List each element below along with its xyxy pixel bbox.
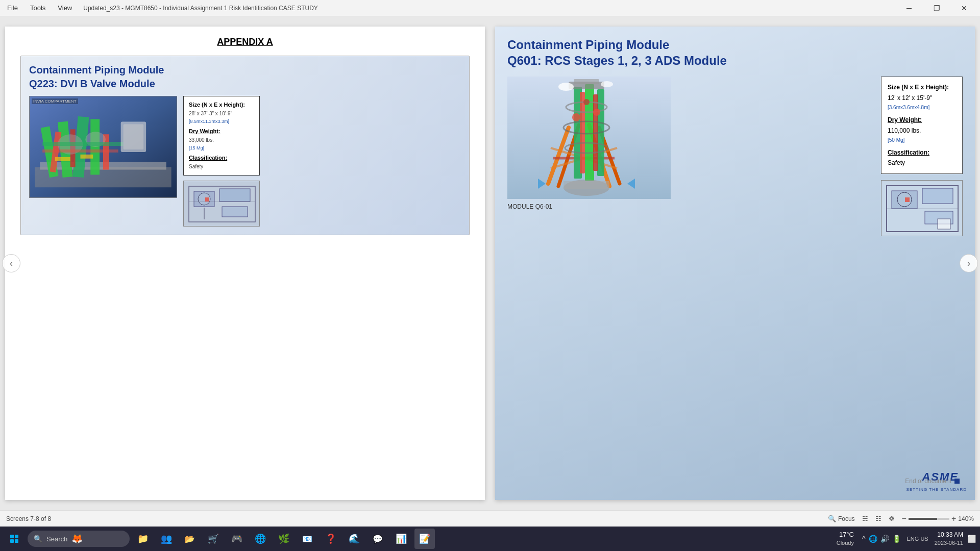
right-size-label: Size (N x E x Height): xyxy=(888,82,956,92)
svg-rect-22 xyxy=(219,189,250,202)
svg-rect-62 xyxy=(938,219,950,229)
clock-time: 10:33 AM xyxy=(935,531,963,539)
focus-button[interactable]: 🔍 Focus xyxy=(828,515,855,522)
svg-rect-6 xyxy=(90,119,100,175)
title-bar-left: File Tools View Updated_s23 - MGMT8650 -… xyxy=(4,3,318,13)
status-left: Screens 7-8 of 8 xyxy=(6,515,51,522)
document-title: Updated_s23 - MGMT8650 - Individual Assi… xyxy=(83,5,318,12)
left-page-content: APPENDIX A Containment Piping Module Q22… xyxy=(5,27,485,245)
search-icon: 🔍 xyxy=(34,535,42,543)
svg-rect-15 xyxy=(42,149,118,153)
taskbar-microsoft-store[interactable]: 🛒 xyxy=(203,529,224,549)
taskbar-help[interactable]: ❓ xyxy=(321,529,341,549)
end-of-document: End of document xyxy=(905,478,960,485)
left-weight-label: Dry Weight: xyxy=(189,128,220,134)
left-pipe-svg xyxy=(30,96,177,197)
weather-widget[interactable]: 17°C Cloudy xyxy=(837,531,854,546)
taskbar-file-manager[interactable]: 📂 xyxy=(180,529,200,549)
right-floor-plan xyxy=(881,180,963,236)
svg-rect-12 xyxy=(55,157,70,161)
zoom-slider[interactable] xyxy=(909,518,949,520)
right-class-value: Safety xyxy=(888,158,956,168)
svg-rect-13 xyxy=(80,155,93,159)
taskbar-file-explorer[interactable]: 📁 xyxy=(133,529,153,549)
svg-rect-58 xyxy=(922,188,953,204)
view-icons: ☵ ☷ ☸ xyxy=(860,515,897,523)
menu-view[interactable]: View xyxy=(55,3,75,13)
search-bar[interactable]: 🔍 Search 🦊 xyxy=(28,531,130,547)
taskbar: 🔍 Search 🦊 📁 👥 📂 🛒 🎮 🌐 🌿 📧 ❓ 🌊 💬 📊 📝 17°… xyxy=(0,527,980,551)
left-slide: Containment Piping Module Q223: DVI B Va… xyxy=(20,56,470,235)
left-weight-metric: [15 Mg] xyxy=(189,144,254,152)
taskbar-feedback-icon[interactable]: 💬 xyxy=(368,529,388,549)
battery-icon[interactable]: 🔋 xyxy=(892,535,901,543)
tray-expand-icon[interactable]: ^ xyxy=(862,535,866,543)
right-fp-svg xyxy=(881,181,963,236)
taskbar-plant-icon[interactable]: 🌿 xyxy=(274,529,294,549)
svg-rect-44 xyxy=(574,79,599,84)
right-info-box: Size (N x E x Height): 12' x 12' x 15'-9… xyxy=(881,77,963,173)
svg-point-48 xyxy=(558,83,574,91)
taskbar-outlook[interactable]: 📧 xyxy=(297,529,317,549)
left-slide-content: INVIA COMPARTMENT xyxy=(29,96,461,227)
left-class-label: Classification: xyxy=(189,155,227,161)
left-class-value: Safety xyxy=(189,163,254,171)
left-info-box: Size (N x E x Height): 28' x 37'-3" x 10… xyxy=(183,96,260,176)
right-size-metric: [3.6mx3.6mx4.8m] xyxy=(888,103,956,112)
menu-file[interactable]: File xyxy=(4,3,21,13)
web-view-icon[interactable]: ☸ xyxy=(887,515,897,523)
close-button[interactable]: ✕ xyxy=(952,0,976,16)
weather-temp: 17°C xyxy=(839,531,854,539)
menu-bar: File Tools View xyxy=(4,3,75,13)
prev-page-button[interactable]: ‹ xyxy=(2,254,20,272)
taskbar-edge[interactable]: 🌊 xyxy=(344,529,364,549)
svg-point-49 xyxy=(601,81,613,87)
right-pipe-svg xyxy=(507,77,671,199)
restore-button[interactable]: ❐ xyxy=(925,0,948,16)
print-view-icon[interactable]: ☷ xyxy=(873,515,884,523)
asme-branding: ASME SETTING THE STANDARD xyxy=(906,487,967,492)
taskbar-chrome[interactable]: 🌐 xyxy=(250,529,271,549)
minimize-button[interactable]: ─ xyxy=(897,0,921,16)
left-floor-plan xyxy=(183,181,260,227)
zoom-out-button[interactable]: − xyxy=(902,514,906,523)
clock-date: 2023-06-11 xyxy=(935,539,963,546)
svg-rect-17 xyxy=(124,124,144,149)
locale-display: ENG US xyxy=(907,536,928,542)
svg-rect-61 xyxy=(905,197,910,202)
right-page-panel: Containment Piping Module Q601: RCS Stag… xyxy=(495,27,975,500)
search-input[interactable]: Search xyxy=(46,535,67,543)
right-slide-title: Containment Piping Module Q601: RCS Stag… xyxy=(507,37,963,68)
screens-indicator: Screens 7-8 of 8 xyxy=(6,515,51,522)
taskbar-game-icon[interactable]: 🎮 xyxy=(227,529,247,549)
start-button[interactable] xyxy=(4,529,24,549)
volume-icon[interactable]: 🔊 xyxy=(880,535,889,543)
left-right-col: Size (N x E x Height): 28' x 37'-3" x 10… xyxy=(183,96,260,227)
svg-point-45 xyxy=(572,113,580,121)
menu-tools[interactable]: Tools xyxy=(27,3,48,13)
taskbar-word[interactable]: 📝 xyxy=(414,529,435,549)
main-content: ‹ APPENDIX A Containment Piping Module Q… xyxy=(0,16,980,510)
read-view-icon[interactable]: ☵ xyxy=(860,515,870,523)
zoom-in-button[interactable]: + xyxy=(951,514,956,523)
show-desktop-button[interactable]: ⬜ xyxy=(967,535,976,543)
right-weight-label: Dry Weight: xyxy=(888,115,956,125)
svg-rect-23 xyxy=(222,207,248,217)
svg-rect-36 xyxy=(585,84,594,181)
zoom-control: − + 140% xyxy=(902,514,974,523)
svg-rect-26 xyxy=(205,197,209,202)
taskbar-excel[interactable]: 📊 xyxy=(391,529,411,549)
taskbar-pet-icon: 🦊 xyxy=(71,533,83,544)
taskbar-right: 17°C Cloudy ^ 🌐 🔊 🔋 ENG US 10:33 AM 2023… xyxy=(837,531,976,546)
next-page-button[interactable]: › xyxy=(960,254,978,272)
clock[interactable]: 10:33 AM 2023-06-11 xyxy=(935,531,963,546)
asme-sub: SETTING THE STANDARD xyxy=(906,487,967,492)
svg-point-47 xyxy=(583,99,590,105)
appendix-title: APPENDIX A xyxy=(20,37,470,47)
title-bar: File Tools View Updated_s23 - MGMT8650 -… xyxy=(0,0,980,16)
left-size-value: 28' x 37'-3" x 10'-9" xyxy=(189,110,254,118)
taskbar-teams[interactable]: 👥 xyxy=(156,529,177,549)
network-icon[interactable]: 🌐 xyxy=(869,535,877,543)
left-slide-title-2: Q223: DVI B Valve Module xyxy=(29,78,461,90)
end-square-icon xyxy=(954,479,960,484)
